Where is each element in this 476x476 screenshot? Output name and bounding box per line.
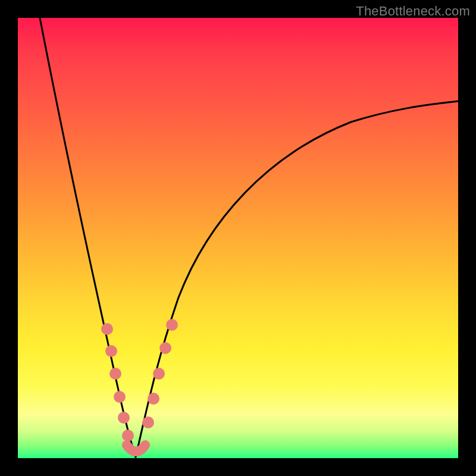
- bead: [148, 393, 159, 405]
- bottleneck-curve-left: [40, 18, 136, 457]
- bead: [105, 345, 117, 357]
- chart-frame: TheBottleneck.com: [0, 0, 476, 476]
- bead: [142, 416, 154, 428]
- bead: [122, 430, 134, 441]
- watermark-text: TheBottleneck.com: [356, 4, 470, 19]
- bead: [101, 323, 113, 335]
- bead: [159, 342, 171, 354]
- bead-cluster-right: [142, 319, 178, 428]
- bead: [166, 319, 178, 331]
- bead: [153, 368, 165, 380]
- bottleneck-curve-right: [136, 101, 458, 457]
- valley-arc: [127, 445, 145, 452]
- bead: [114, 391, 126, 403]
- bead: [118, 412, 130, 424]
- plot-area: [18, 18, 458, 458]
- bead: [109, 368, 121, 380]
- curve-layer: [18, 18, 458, 458]
